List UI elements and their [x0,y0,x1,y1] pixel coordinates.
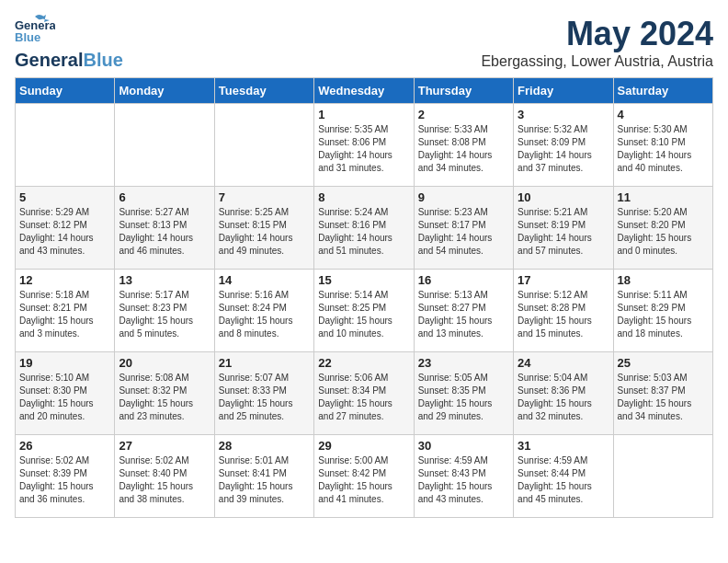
day-number: 22 [318,356,409,370]
calendar-cell: 24Sunrise: 5:04 AM Sunset: 8:36 PM Dayli… [514,352,613,435]
calendar-cell: 20Sunrise: 5:08 AM Sunset: 8:32 PM Dayli… [115,352,214,435]
calendar-cell: 4Sunrise: 5:30 AM Sunset: 8:10 PM Daylig… [613,104,712,187]
calendar-cell: 8Sunrise: 5:24 AM Sunset: 8:16 PM Daylig… [314,187,414,270]
calendar-cell: 30Sunrise: 4:59 AM Sunset: 8:43 PM Dayli… [414,435,513,518]
calendar-cell: 2Sunrise: 5:33 AM Sunset: 8:08 PM Daylig… [414,104,513,187]
day-number: 3 [518,108,609,121]
location: Ebergassing, Lower Austria, Austria [481,53,713,70]
logo-icon: General Blue [15,15,55,48]
calendar-cell: 25Sunrise: 5:03 AM Sunset: 8:37 PM Dayli… [613,352,712,435]
day-number: 31 [518,439,609,453]
day-info: Sunrise: 5:23 AM Sunset: 8:17 PM Dayligh… [418,206,509,258]
svg-text:Blue: Blue [15,30,40,44]
day-info: Sunrise: 5:12 AM Sunset: 8:28 PM Dayligh… [518,289,609,340]
day-number: 29 [318,439,409,453]
day-number: 13 [119,273,210,287]
calendar-cell: 21Sunrise: 5:07 AM Sunset: 8:33 PM Dayli… [214,352,313,435]
day-number: 6 [119,190,210,204]
day-number: 12 [19,273,110,287]
day-number: 2 [418,108,509,121]
day-info: Sunrise: 5:32 AM Sunset: 8:09 PM Dayligh… [518,123,609,175]
day-info: Sunrise: 5:33 AM Sunset: 8:08 PM Dayligh… [418,123,509,175]
week-row-2: 5Sunrise: 5:29 AM Sunset: 8:12 PM Daylig… [16,187,713,270]
day-info: Sunrise: 5:11 AM Sunset: 8:29 PM Dayligh… [618,289,709,340]
calendar-cell: 31Sunrise: 4:59 AM Sunset: 8:44 PM Dayli… [514,435,613,518]
day-info: Sunrise: 5:05 AM Sunset: 8:35 PM Dayligh… [418,372,509,423]
calendar-table: SundayMondayTuesdayWednesdayThursdayFrid… [15,77,713,518]
calendar-cell: 29Sunrise: 5:00 AM Sunset: 8:42 PM Dayli… [314,435,414,518]
calendar-cell: 27Sunrise: 5:02 AM Sunset: 8:40 PM Dayli… [115,435,214,518]
calendar-cell: 28Sunrise: 5:01 AM Sunset: 8:41 PM Dayli… [214,435,313,518]
calendar-cell: 11Sunrise: 5:20 AM Sunset: 8:20 PM Dayli… [613,187,712,270]
calendar-cell [214,104,313,187]
day-number: 30 [418,439,509,453]
day-number: 21 [219,356,310,370]
week-row-5: 26Sunrise: 5:02 AM Sunset: 8:39 PM Dayli… [16,435,713,518]
day-number: 9 [418,190,509,204]
calendar-cell [613,435,712,518]
day-info: Sunrise: 5:25 AM Sunset: 8:15 PM Dayligh… [219,206,310,258]
calendar-cell: 17Sunrise: 5:12 AM Sunset: 8:28 PM Dayli… [514,270,613,352]
calendar-cell: 15Sunrise: 5:14 AM Sunset: 8:25 PM Dayli… [314,270,414,352]
day-number: 27 [119,439,210,453]
day-number: 8 [318,190,409,204]
day-number: 4 [618,108,709,121]
day-info: Sunrise: 5:20 AM Sunset: 8:20 PM Dayligh… [618,206,709,258]
day-number: 16 [418,273,509,287]
day-info: Sunrise: 5:02 AM Sunset: 8:39 PM Dayligh… [19,454,110,506]
day-number: 10 [518,190,609,204]
day-info: Sunrise: 5:06 AM Sunset: 8:34 PM Dayligh… [318,372,409,423]
day-number: 28 [219,439,310,453]
month-title: May 2024 [481,15,713,53]
day-number: 5 [19,190,110,204]
title-block: May 2024 Ebergassing, Lower Austria, Aus… [481,15,713,70]
day-info: Sunrise: 5:35 AM Sunset: 8:06 PM Dayligh… [318,123,409,175]
logo-blue: Blue [83,50,122,70]
day-info: Sunrise: 5:29 AM Sunset: 8:12 PM Dayligh… [19,206,110,258]
calendar-cell: 26Sunrise: 5:02 AM Sunset: 8:39 PM Dayli… [16,435,115,518]
day-info: Sunrise: 5:03 AM Sunset: 8:37 PM Dayligh… [618,372,709,423]
calendar-cell [16,104,115,187]
day-info: Sunrise: 5:00 AM Sunset: 8:42 PM Dayligh… [318,454,409,506]
calendar-cell: 19Sunrise: 5:10 AM Sunset: 8:30 PM Dayli… [16,352,115,435]
day-header-sunday: Sunday [16,78,115,104]
page-header: General Blue General Blue May 2024 Eberg… [15,15,713,70]
day-info: Sunrise: 5:24 AM Sunset: 8:16 PM Dayligh… [318,206,409,258]
calendar-cell: 5Sunrise: 5:29 AM Sunset: 8:12 PM Daylig… [16,187,115,270]
calendar-cell: 16Sunrise: 5:13 AM Sunset: 8:27 PM Dayli… [414,270,513,352]
calendar-cell: 23Sunrise: 5:05 AM Sunset: 8:35 PM Dayli… [414,352,513,435]
day-number: 24 [518,356,609,370]
day-info: Sunrise: 5:04 AM Sunset: 8:36 PM Dayligh… [518,372,609,423]
calendar-cell: 22Sunrise: 5:06 AM Sunset: 8:34 PM Dayli… [314,352,414,435]
day-header-tuesday: Tuesday [214,78,313,104]
day-info: Sunrise: 4:59 AM Sunset: 8:44 PM Dayligh… [518,454,609,506]
calendar-cell: 9Sunrise: 5:23 AM Sunset: 8:17 PM Daylig… [414,187,513,270]
day-info: Sunrise: 4:59 AM Sunset: 8:43 PM Dayligh… [418,454,509,506]
logo: General Blue General Blue [15,15,123,70]
calendar-cell: 3Sunrise: 5:32 AM Sunset: 8:09 PM Daylig… [514,104,613,187]
day-info: Sunrise: 5:18 AM Sunset: 8:21 PM Dayligh… [19,289,110,340]
calendar-cell: 12Sunrise: 5:18 AM Sunset: 8:21 PM Dayli… [16,270,115,352]
day-info: Sunrise: 5:01 AM Sunset: 8:41 PM Dayligh… [219,454,310,506]
day-info: Sunrise: 5:10 AM Sunset: 8:30 PM Dayligh… [19,372,110,423]
calendar-cell: 13Sunrise: 5:17 AM Sunset: 8:23 PM Dayli… [115,270,214,352]
day-number: 25 [618,356,709,370]
day-info: Sunrise: 5:17 AM Sunset: 8:23 PM Dayligh… [119,289,210,340]
day-info: Sunrise: 5:16 AM Sunset: 8:24 PM Dayligh… [219,289,310,340]
day-number: 19 [19,356,110,370]
week-row-3: 12Sunrise: 5:18 AM Sunset: 8:21 PM Dayli… [16,270,713,352]
calendar-cell: 6Sunrise: 5:27 AM Sunset: 8:13 PM Daylig… [115,187,214,270]
day-number: 7 [219,190,310,204]
calendar-cell: 7Sunrise: 5:25 AM Sunset: 8:15 PM Daylig… [214,187,313,270]
day-header-thursday: Thursday [414,78,513,104]
day-info: Sunrise: 5:21 AM Sunset: 8:19 PM Dayligh… [518,206,609,258]
day-number: 26 [19,439,110,453]
day-header-friday: Friday [514,78,613,104]
day-info: Sunrise: 5:27 AM Sunset: 8:13 PM Dayligh… [119,206,210,258]
day-info: Sunrise: 5:14 AM Sunset: 8:25 PM Dayligh… [318,289,409,340]
day-header-monday: Monday [115,78,214,104]
day-header-saturday: Saturday [613,78,712,104]
day-number: 17 [518,273,609,287]
day-number: 14 [219,273,310,287]
day-info: Sunrise: 5:02 AM Sunset: 8:40 PM Dayligh… [119,454,210,506]
